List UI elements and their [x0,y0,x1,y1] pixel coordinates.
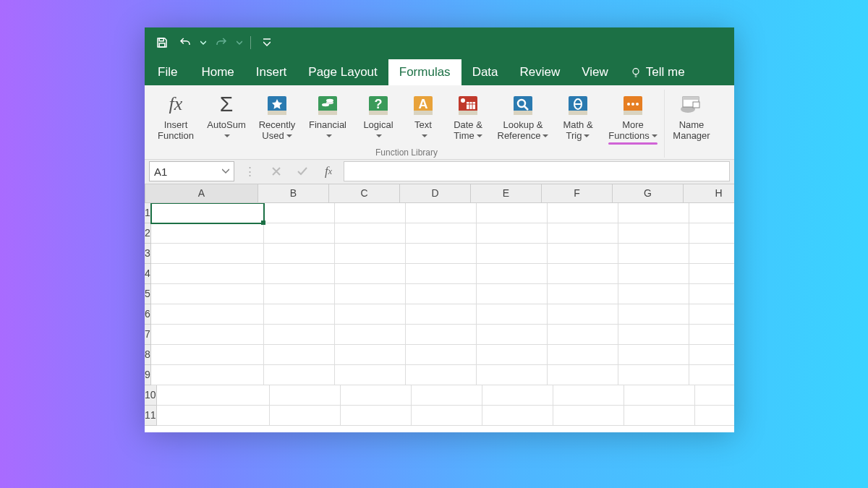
cell[interactable] [618,264,689,284]
cell[interactable] [412,385,482,406]
tab-data[interactable]: Data [461,59,509,85]
cell[interactable] [618,365,689,385]
fx-button[interactable]: fx [318,161,339,181]
cell[interactable] [689,244,734,264]
cell[interactable] [341,385,412,406]
cell[interactable] [264,284,335,304]
tab-page-layout[interactable]: Page Layout [297,59,388,85]
undo-dropdown-icon[interactable] [198,33,208,53]
row-header[interactable]: 4 [145,264,151,284]
cell[interactable] [477,264,548,284]
cell[interactable] [264,223,335,244]
column-header[interactable]: C [329,184,400,203]
cell[interactable] [548,325,618,345]
cell[interactable] [264,365,335,385]
cell[interactable] [151,264,264,284]
cell[interactable] [618,284,689,304]
cell[interactable] [482,406,553,426]
redo-dropdown-icon[interactable] [234,33,244,53]
cell[interactable] [548,203,618,223]
cell[interactable] [270,385,341,406]
cell[interactable] [335,304,406,325]
autosum-button[interactable]: Σ AutoSum [203,90,250,142]
cell[interactable] [335,365,406,385]
redo-icon[interactable] [211,33,231,53]
financial-button[interactable]: Financial [304,90,352,142]
more-functions-button[interactable]: MoreFunctions [605,90,661,145]
cell[interactable] [151,365,264,385]
cell[interactable] [553,406,624,426]
cell[interactable] [624,385,695,406]
cell[interactable] [406,203,477,223]
cell[interactable] [689,284,734,304]
cell[interactable] [548,304,618,325]
cell[interactable] [270,406,341,426]
cell[interactable] [151,244,264,264]
cell[interactable] [689,203,734,223]
cell[interactable] [618,203,689,223]
select-all-corner[interactable] [145,184,145,203]
confirm-formula-button[interactable] [292,161,313,181]
text-button[interactable]: A Text [405,90,441,142]
cell[interactable] [406,284,477,304]
cell[interactable] [689,304,734,325]
cell[interactable] [151,223,264,244]
cell[interactable] [264,304,335,325]
cell[interactable] [548,244,618,264]
cell[interactable] [335,325,406,345]
cell[interactable] [335,345,406,365]
cell[interactable] [482,385,553,406]
cell[interactable] [695,406,734,426]
cell[interactable] [553,385,624,406]
cell[interactable] [548,345,618,365]
cell[interactable] [157,406,270,426]
cell[interactable] [406,304,477,325]
tell-me[interactable]: Tell me [619,59,696,85]
cell[interactable] [689,223,734,244]
cell[interactable] [264,345,335,365]
cell[interactable] [406,223,477,244]
column-header[interactable]: H [684,184,734,203]
row-header[interactable]: 2 [145,223,151,244]
column-header[interactable]: F [542,184,613,203]
lookup-reference-button[interactable]: Lookup &Reference [495,90,551,142]
cell[interactable] [624,406,695,426]
tab-view[interactable]: View [571,59,619,85]
cell[interactable] [406,365,477,385]
save-icon[interactable] [152,33,172,53]
column-header[interactable]: A [145,184,258,203]
cell[interactable] [689,325,734,345]
cell[interactable] [412,406,482,426]
cell[interactable] [406,244,477,264]
cell[interactable] [264,264,335,284]
cell[interactable] [689,365,734,385]
cell[interactable] [618,244,689,264]
tab-file[interactable]: File [150,59,190,85]
cell[interactable] [548,284,618,304]
row-header[interactable]: 5 [145,284,151,304]
cell[interactable] [695,385,734,406]
column-header[interactable]: D [400,184,471,203]
cell[interactable] [151,203,264,223]
cell[interactable] [406,325,477,345]
logical-button[interactable]: ? Logical [354,90,402,142]
cell[interactable] [477,345,548,365]
name-manager-button[interactable]: NameManager [668,90,715,142]
cell[interactable] [477,325,548,345]
cell[interactable] [151,284,264,304]
tab-insert[interactable]: Insert [245,59,298,85]
row-header[interactable]: 1 [145,203,151,223]
cell[interactable] [548,264,618,284]
row-header[interactable]: 7 [145,325,151,345]
cell[interactable] [406,345,477,365]
cell[interactable] [335,244,406,264]
formula-input[interactable] [344,161,730,181]
cell[interactable] [264,244,335,264]
cell[interactable] [151,325,264,345]
row-header[interactable]: 6 [145,304,151,325]
cell[interactable] [477,203,548,223]
tab-review[interactable]: Review [509,59,571,85]
cell[interactable] [264,203,335,223]
row-header[interactable]: 10 [145,385,157,406]
row-header[interactable]: 11 [145,406,157,426]
